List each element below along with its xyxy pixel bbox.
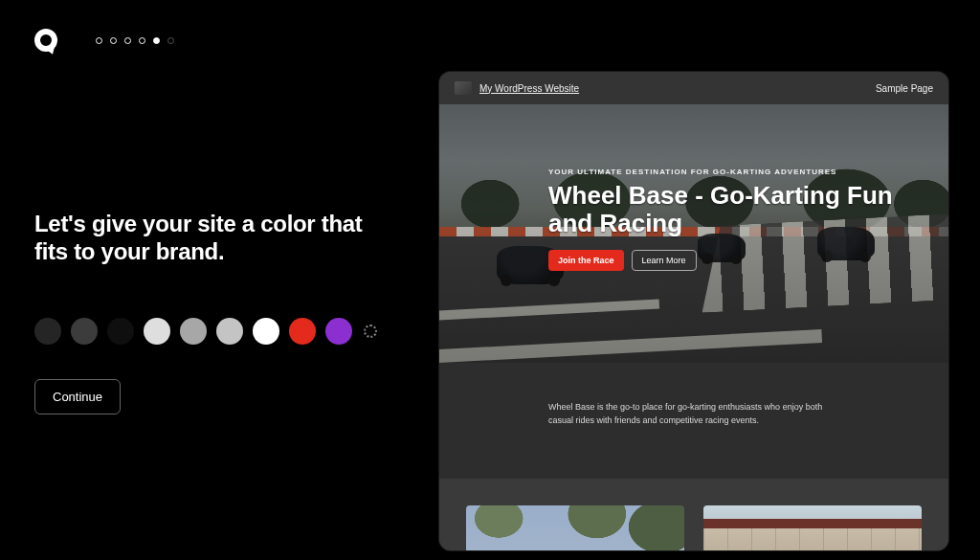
preview-site-logo (455, 81, 472, 95)
preview-site-title[interactable]: My WordPress Website (479, 83, 579, 94)
step-dot-2 (110, 37, 117, 44)
brand-logo (34, 29, 57, 52)
loading-icon (364, 325, 377, 338)
color-swatch-light-gray[interactable] (144, 318, 170, 345)
color-swatches (34, 318, 398, 345)
continue-button[interactable]: Continue (34, 379, 121, 414)
hero-secondary-button[interactable]: Learn More (632, 250, 697, 271)
preview-hero: YOUR ULTIMATE DESTINATION FOR GO-KARTING… (439, 104, 948, 363)
preview-tile-helmet (466, 505, 684, 550)
hero-primary-button[interactable]: Join the Race (548, 250, 624, 271)
preview-header: My WordPress Website Sample Page (439, 72, 948, 104)
step-dot-5 (153, 37, 160, 44)
preview-nav-link[interactable]: Sample Page (876, 83, 933, 94)
progress-steps (96, 37, 174, 44)
color-swatch-charcoal[interactable] (34, 318, 61, 345)
color-swatch-red[interactable] (289, 318, 316, 345)
color-swatch-black[interactable] (107, 318, 134, 345)
step-dot-4 (139, 37, 145, 44)
step-dot-3 (124, 37, 131, 44)
step-dot-1 (96, 37, 102, 44)
color-swatch-dark-gray[interactable] (71, 318, 98, 345)
color-swatch-purple[interactable] (325, 318, 352, 345)
preview-tile-building (703, 505, 922, 550)
hero-title: Wheel Base - Go-Karting Fun and Racing (548, 182, 920, 236)
site-preview: My WordPress Website Sample Page YOUR UL… (439, 72, 948, 550)
preview-tiles (439, 479, 948, 550)
page-headline: Let's give your site a color that fits t… (34, 211, 398, 266)
preview-description: Wheel Base is the go-to place for go-kar… (439, 363, 948, 479)
color-swatch-silver[interactable] (216, 318, 243, 345)
step-dot-6 (167, 37, 174, 44)
color-swatch-white[interactable] (253, 318, 279, 345)
color-swatch-gray[interactable] (180, 318, 207, 345)
hero-eyebrow: YOUR ULTIMATE DESTINATION FOR GO-KARTING… (548, 168, 920, 176)
